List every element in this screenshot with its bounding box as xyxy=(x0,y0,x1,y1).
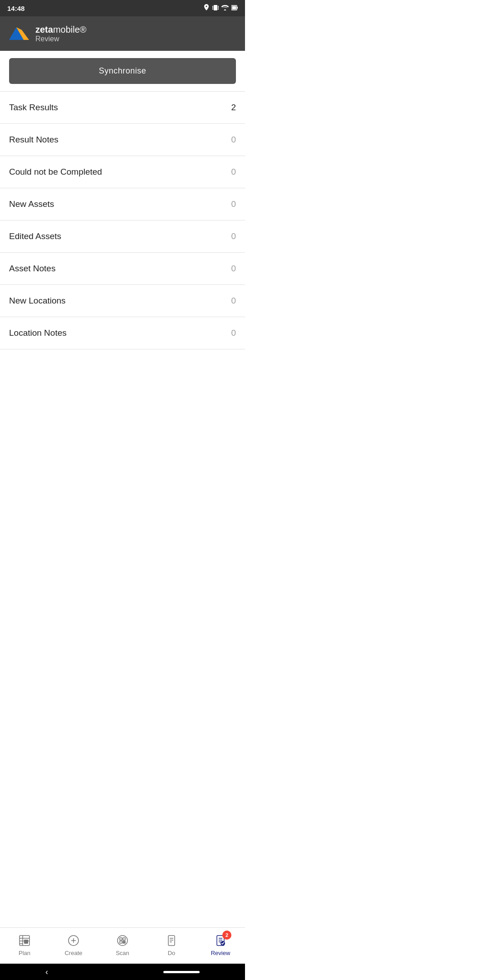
list-item-label: Task Results xyxy=(9,103,58,113)
app-subtitle: Review xyxy=(35,35,87,43)
svg-rect-0 xyxy=(214,5,217,10)
location-icon xyxy=(203,4,210,13)
list-item-label: Location Notes xyxy=(9,328,67,338)
svg-rect-5 xyxy=(218,7,219,8)
list-item-label: New Locations xyxy=(9,296,66,306)
status-bar: 14:48 xyxy=(0,0,245,16)
synchronise-button[interactable]: Synchronise xyxy=(9,58,236,84)
list-item-label: Edited Assets xyxy=(9,231,61,241)
list-item-label: Could not be Completed xyxy=(9,167,102,177)
list-item-value: 0 xyxy=(231,328,236,338)
list-item-label: New Assets xyxy=(9,199,54,209)
app-name-bold: zeta xyxy=(35,24,53,34)
list-item: Asset Notes 0 xyxy=(0,253,245,285)
header-text-block: zetamobile® Review xyxy=(35,24,87,43)
app-name-regular: mobile® xyxy=(53,24,87,34)
list-item-value: 0 xyxy=(231,135,236,145)
status-time: 14:48 xyxy=(7,5,24,12)
list-item-value: 0 xyxy=(231,231,236,241)
app-name: zetamobile® xyxy=(35,24,87,35)
app-header: zetamobile® Review xyxy=(0,16,245,51)
app-logo xyxy=(7,23,29,44)
list-item: Location Notes 0 xyxy=(0,317,245,349)
list-section: Task Results 2 Result Notes 0 Could not … xyxy=(0,92,245,349)
list-item: New Locations 0 xyxy=(0,285,245,317)
sync-section: Synchronise xyxy=(0,51,245,92)
svg-rect-1 xyxy=(212,6,213,7)
svg-rect-9 xyxy=(232,6,236,9)
list-item: New Assets 0 xyxy=(0,188,245,220)
list-item-label: Result Notes xyxy=(9,135,59,145)
list-item: Task Results 2 xyxy=(0,92,245,124)
vibrate-icon xyxy=(212,4,219,13)
list-item-value: 0 xyxy=(231,199,236,209)
list-item-value: 2 xyxy=(231,103,236,113)
list-item-value: 0 xyxy=(231,296,236,306)
svg-rect-3 xyxy=(212,9,213,10)
list-item: Result Notes 0 xyxy=(0,124,245,156)
wifi-icon xyxy=(221,5,229,12)
list-item: Edited Assets 0 xyxy=(0,220,245,253)
svg-rect-6 xyxy=(218,9,219,10)
svg-rect-4 xyxy=(218,6,219,7)
battery-icon xyxy=(231,5,238,12)
list-item: Could not be Completed 0 xyxy=(0,156,245,188)
list-item-value: 0 xyxy=(231,167,236,177)
list-item-value: 0 xyxy=(231,264,236,274)
svg-rect-2 xyxy=(212,7,213,8)
list-item-label: Asset Notes xyxy=(9,264,55,274)
status-icons xyxy=(203,4,238,13)
svg-rect-8 xyxy=(237,7,238,9)
